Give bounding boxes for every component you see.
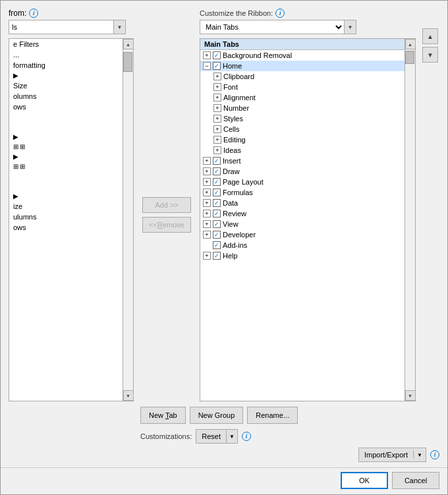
list-item-formatting[interactable]: formatting — [9, 60, 123, 71]
scroll-up-btn[interactable]: ▲ — [123, 39, 134, 49]
check-view[interactable] — [213, 220, 221, 228]
left-dropdown-arrow[interactable]: ▼ — [114, 20, 126, 34]
tree-item-review[interactable]: + Review — [200, 208, 405, 219]
scroll-thumb[interactable] — [123, 52, 132, 72]
list-item-rows2[interactable]: ows — [9, 222, 123, 233]
label-editing: Editing — [223, 136, 246, 144]
left-listbox-wrapper: e Filters ... formatting ▶ Size — [9, 38, 134, 401]
tree-item-pagelayout[interactable]: + Page Layout — [200, 177, 405, 187]
expand-insert[interactable]: + — [203, 157, 211, 165]
add-button[interactable]: Add >> — [142, 197, 191, 213]
from-info-icon[interactable]: i — [29, 9, 38, 18]
expand-view[interactable]: + — [203, 220, 211, 228]
check-insert[interactable] — [213, 157, 221, 165]
reset-dropdown: Reset ▼ — [196, 429, 238, 444]
expand-clipboard[interactable]: + — [213, 73, 221, 80]
new-tab-button[interactable]: New Tab — [140, 407, 186, 424]
list-item-size2[interactable]: ize — [9, 201, 123, 212]
tree-item-developer[interactable]: + Developer — [200, 229, 405, 240]
move-down-button[interactable]: ▼ — [422, 47, 438, 63]
tree-item-help[interactable]: + Help — [200, 250, 405, 261]
reset-arrow-button[interactable]: ▼ — [226, 429, 238, 444]
right-dropdown[interactable]: Main Tabs — [200, 20, 345, 34]
tree-item-formulas[interactable]: + Formulas — [200, 187, 405, 198]
tree-item-clipboard[interactable]: + Clipboard — [200, 71, 405, 82]
tree-item-view[interactable]: + View — [200, 219, 405, 229]
check-draw[interactable] — [213, 167, 221, 175]
bottom-area: New Tab New Group Rename... Customizatio… — [1, 401, 447, 467]
tree-item-alignment[interactable]: + Alignment — [200, 92, 405, 103]
customize-info-icon[interactable]: i — [275, 9, 285, 18]
list-item-size[interactable]: Size — [9, 80, 123, 91]
check-developer[interactable] — [213, 231, 221, 239]
list-item-drag2[interactable]: ⊞ ⊞ — [9, 161, 123, 171]
tree-item-number[interactable]: + Number — [200, 103, 405, 113]
check-home[interactable] — [213, 62, 221, 70]
right-dropdown-arrow[interactable]: ▼ — [345, 20, 356, 34]
list-item-columns[interactable]: olumns — [9, 91, 123, 102]
tree-item-data[interactable]: + Data — [200, 198, 405, 208]
left-listbox[interactable]: e Filters ... formatting ▶ Size — [9, 38, 123, 401]
import-export-button[interactable]: Import/Export ▼ — [358, 448, 426, 462]
scroll-track — [123, 49, 133, 390]
expand-cells[interactable]: + — [213, 125, 221, 133]
label-styles: Styles — [223, 115, 243, 123]
list-item-drag1[interactable]: ⊞ ⊞ — [9, 142, 123, 152]
expand-pagelayout[interactable]: + — [203, 178, 211, 186]
list-item-filters[interactable]: e Filters — [9, 39, 123, 49]
reset-button[interactable]: Reset — [196, 429, 226, 444]
left-dropdown[interactable]: ls — [9, 20, 114, 34]
expand-editing[interactable]: + — [213, 136, 221, 144]
remove-button[interactable]: << Remove — [142, 217, 191, 233]
move-up-button[interactable]: ▲ — [422, 28, 438, 44]
expand-draw[interactable]: + — [203, 167, 211, 175]
tree-item-home[interactable]: − Home — [200, 61, 405, 71]
list-formatting-label: formatting — [13, 61, 45, 69]
check-formulas[interactable] — [213, 189, 221, 196]
check-pagelayout[interactable] — [213, 178, 221, 186]
rename-button[interactable]: Rename... — [247, 407, 298, 424]
expand-bg[interactable]: + — [203, 51, 211, 59]
expand-formulas[interactable]: + — [203, 189, 211, 196]
expand-developer[interactable]: + — [203, 231, 211, 239]
reset-info-icon[interactable]: i — [242, 432, 251, 441]
expand-ideas[interactable]: + — [213, 146, 221, 154]
tree-item-addins[interactable]: Add-ins — [200, 240, 405, 250]
cancel-button[interactable]: Cancel — [392, 472, 439, 489]
expand-data[interactable]: + — [203, 199, 211, 207]
tree-item-editing[interactable]: + Editing — [200, 134, 405, 145]
tree-item-font[interactable]: + Font — [200, 82, 405, 92]
expand-home[interactable]: − — [203, 62, 211, 70]
check-help[interactable] — [213, 252, 221, 260]
label-clipboard: Clipboard — [223, 73, 254, 80]
tree-item-insert[interactable]: + Insert — [200, 156, 405, 166]
right-scroll-thumb[interactable] — [405, 51, 414, 64]
import-export-info-icon[interactable]: i — [430, 450, 439, 459]
expand-styles[interactable]: + — [213, 115, 221, 123]
tree-item-styles[interactable]: + Styles — [200, 113, 405, 124]
list-size-label: Size — [13, 82, 27, 90]
list-item-rows[interactable]: ows — [9, 102, 123, 112]
list-item-dot[interactable]: ... — [9, 49, 123, 60]
expand-font[interactable]: + — [213, 83, 221, 91]
ok-button[interactable]: OK — [341, 472, 388, 489]
expand-review[interactable]: + — [203, 210, 211, 218]
new-group-button[interactable]: New Group — [190, 407, 244, 424]
check-review[interactable] — [213, 210, 221, 218]
check-addins[interactable] — [213, 241, 221, 249]
tree-item-draw[interactable]: + Draw — [200, 166, 405, 177]
list-rows-label: ows — [13, 103, 26, 111]
tree-item-ideas[interactable]: + Ideas — [200, 145, 405, 156]
tree-item-cells[interactable]: + Cells — [200, 124, 405, 134]
check-bg[interactable] — [213, 51, 221, 59]
list-item-columns2[interactable]: ulumns — [9, 212, 123, 222]
right-scroll-up[interactable]: ▲ — [405, 39, 416, 49]
expand-number[interactable]: + — [213, 104, 221, 112]
expand-alignment[interactable]: + — [213, 94, 221, 102]
check-data[interactable] — [213, 199, 221, 207]
expand-help[interactable]: + — [203, 252, 211, 260]
scroll-down-btn[interactable]: ▼ — [123, 390, 134, 401]
right-listbox[interactable]: Main Tabs + Background Removal − Home — [200, 38, 405, 401]
right-scroll-down[interactable]: ▼ — [405, 390, 416, 401]
tree-item-bg[interactable]: + Background Removal — [200, 50, 405, 61]
